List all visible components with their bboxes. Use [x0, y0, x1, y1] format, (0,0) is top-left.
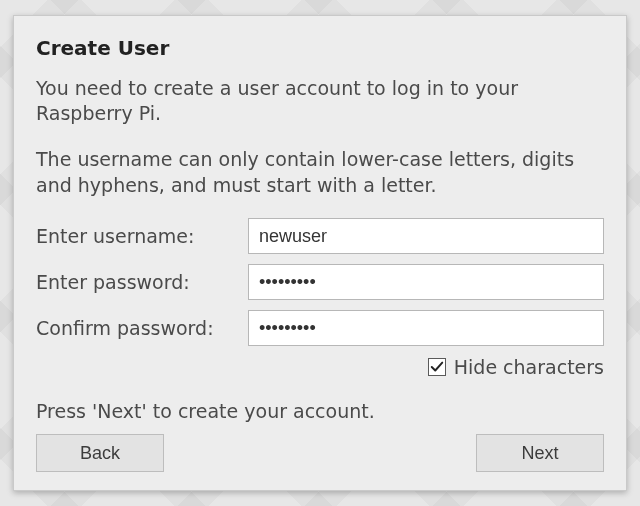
password-label: Enter password: [36, 271, 248, 293]
intro-text: You need to create a user account to log… [36, 76, 604, 127]
confirm-row: Confirm password: [36, 310, 604, 346]
hide-characters-checkbox[interactable] [428, 358, 446, 376]
back-button[interactable]: Back [36, 434, 164, 472]
hide-characters-label[interactable]: Hide characters [454, 356, 604, 378]
dialog-title: Create User [36, 36, 604, 60]
button-row: Back Next [36, 434, 604, 472]
next-button[interactable]: Next [476, 434, 604, 472]
username-label: Enter username: [36, 225, 248, 247]
rules-text: The username can only contain lower-case… [36, 147, 604, 198]
confirm-label: Confirm password: [36, 317, 248, 339]
create-user-dialog: Create User You need to create a user ac… [13, 15, 627, 492]
press-next-text: Press 'Next' to create your account. [36, 400, 604, 422]
password-row: Enter password: [36, 264, 604, 300]
username-input[interactable] [248, 218, 604, 254]
checkmark-icon [430, 360, 444, 374]
password-input[interactable] [248, 264, 604, 300]
hide-characters-row: Hide characters [36, 356, 604, 378]
confirm-password-input[interactable] [248, 310, 604, 346]
username-row: Enter username: [36, 218, 604, 254]
